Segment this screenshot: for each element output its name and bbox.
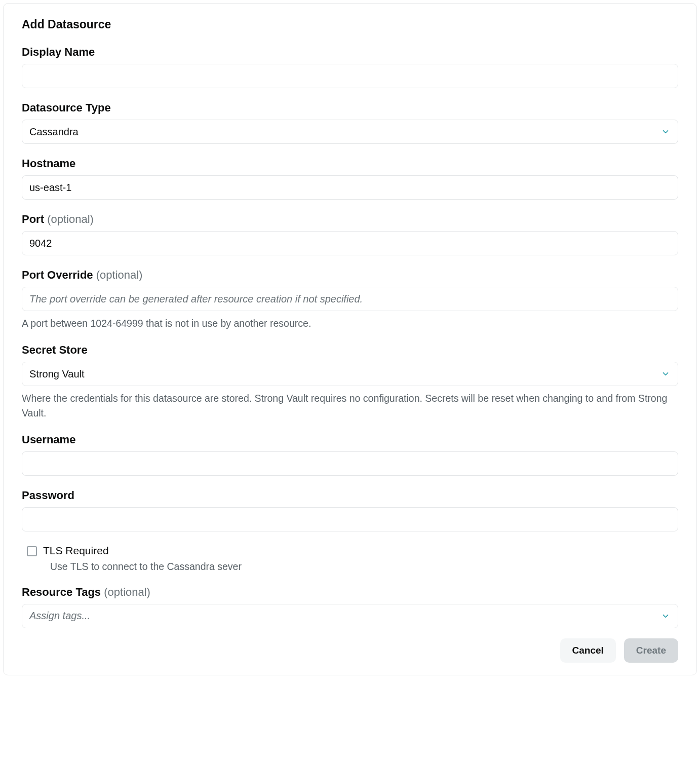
secret-store-select[interactable]: Strong Vault [22, 362, 678, 386]
tls-required-label[interactable]: TLS Required [43, 545, 242, 557]
tls-checkbox-row: TLS Required Use TLS to connect to the C… [22, 545, 678, 573]
resource-tags-optional-text: (optional) [104, 586, 150, 598]
secret-store-label: Secret Store [22, 344, 678, 357]
password-input[interactable] [22, 507, 678, 531]
field-resource-tags: Resource Tags (optional) [22, 586, 678, 628]
resource-tags-input[interactable] [22, 604, 678, 628]
resource-tags-label: Resource Tags (optional) [22, 586, 678, 599]
field-password: Password [22, 489, 678, 531]
port-override-input[interactable] [22, 287, 678, 311]
display-name-label: Display Name [22, 46, 678, 59]
field-display-name: Display Name [22, 46, 678, 88]
username-label: Username [22, 433, 678, 446]
secret-store-select-wrap: Strong Vault [22, 362, 678, 386]
port-override-help: A port between 1024-64999 that is not in… [22, 316, 678, 330]
panel-footer: Cancel Create [22, 638, 678, 663]
field-tls-required: TLS Required Use TLS to connect to the C… [22, 545, 678, 573]
display-name-input[interactable] [22, 64, 678, 88]
field-datasource-type: Datasource Type Cassandra [22, 101, 678, 144]
datasource-type-select[interactable]: Cassandra [22, 120, 678, 144]
port-input[interactable] [22, 231, 678, 255]
hostname-label: Hostname [22, 157, 678, 170]
password-label: Password [22, 489, 678, 502]
tls-texts: TLS Required Use TLS to connect to the C… [43, 545, 242, 573]
panel-title: Add Datasource [22, 18, 678, 31]
port-override-label: Port Override (optional) [22, 269, 678, 282]
field-username: Username [22, 433, 678, 476]
datasource-type-label: Datasource Type [22, 101, 678, 115]
port-optional-text: (optional) [47, 213, 94, 225]
field-port-override: Port Override (optional) A port between … [22, 269, 678, 330]
port-override-optional-text: (optional) [96, 269, 143, 281]
port-override-label-text: Port Override [22, 269, 96, 281]
secret-store-help: Where the credentials for this datasourc… [22, 391, 678, 420]
field-secret-store: Secret Store Strong Vault Where the cred… [22, 344, 678, 420]
field-hostname: Hostname [22, 157, 678, 200]
field-port: Port (optional) [22, 213, 678, 255]
tls-required-checkbox[interactable] [27, 546, 37, 556]
cancel-button[interactable]: Cancel [560, 638, 616, 663]
add-datasource-panel: Add Datasource Display Name Datasource T… [3, 3, 697, 675]
resource-tags-select-wrap [22, 604, 678, 628]
hostname-input[interactable] [22, 175, 678, 200]
datasource-type-select-wrap: Cassandra [22, 120, 678, 144]
username-input[interactable] [22, 451, 678, 476]
port-label-text: Port [22, 213, 47, 225]
create-button[interactable]: Create [624, 638, 678, 663]
port-label: Port (optional) [22, 213, 678, 226]
resource-tags-label-text: Resource Tags [22, 586, 104, 598]
tls-required-help: Use TLS to connect to the Cassandra seve… [43, 561, 242, 573]
